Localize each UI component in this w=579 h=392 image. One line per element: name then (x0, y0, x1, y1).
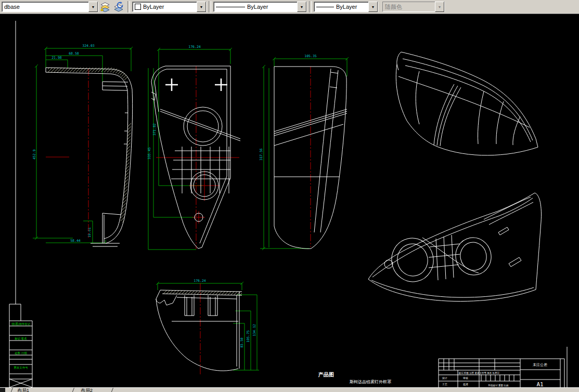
layers-icon (100, 2, 110, 12)
view-top-section: 176.24 134.12 105.75 83.50 (156, 279, 259, 375)
layer-name: dbase (4, 4, 20, 10)
plot-style-combo: 随颜色 ▼ (382, 2, 445, 12)
dim-text: 83.50 (240, 337, 244, 348)
drawing-type-label: 产品图 (318, 372, 334, 377)
layers-swirl-icon (113, 2, 124, 12)
dim-text: 324.03 (82, 44, 95, 48)
sheet-frame-left-table: 借(通)用件登记 标记 签名 处数 日期 更改文件号 (9, 304, 32, 387)
dim-text: 452.9 (32, 149, 36, 160)
revision-row-labels: 标记 处数 分区 更改文件号 签名 年月日 (458, 371, 499, 375)
designer-label: 设计 (442, 376, 447, 380)
part-name-label: 斯柯达晶锐雾灯外框罩 (350, 379, 392, 384)
dim-text: 58.44 (70, 239, 81, 243)
view-3d-top (396, 52, 538, 155)
process-label: 工艺 (442, 383, 447, 386)
tab-layout2[interactable]: 布局2 (81, 388, 93, 392)
frame-cell-label: 借(通)用件登记 (11, 322, 31, 326)
sheet-size-label: A1 (536, 381, 543, 387)
tab-layout1[interactable]: 布局1 (17, 388, 29, 392)
approver-label: 批准 (463, 383, 468, 386)
linetype-sample-icon (216, 7, 245, 7)
tab-divider (71, 387, 74, 392)
dim-text: 134.12 (252, 324, 256, 336)
layer-combo[interactable]: dbase ▼ (2, 2, 98, 12)
dim-text: 176.24 (194, 279, 206, 283)
hatch-area (163, 290, 242, 295)
color-combo-arrow[interactable]: ▼ (197, 2, 206, 12)
view-3d-bottom (368, 193, 542, 302)
frame-cell-label: 处数 日期 (15, 351, 27, 355)
dim-text: 105.35 (304, 54, 317, 58)
dim-text: 335.45 (147, 147, 151, 160)
top-toolbar: dbase ▼ ByLayer ▼ ByLayer ▼ (0, 0, 579, 14)
frame-cell-label: 标记 签名 (14, 337, 27, 341)
dim-text: 176.24 (188, 45, 201, 49)
layer-combo-arrow[interactable]: ▼ (88, 2, 98, 12)
plot-style-name: 随颜色 (385, 3, 402, 11)
layer-previous-button[interactable] (99, 1, 111, 13)
linetype-combo[interactable]: ByLayer ▼ (213, 2, 307, 12)
toolbar-separator (127, 1, 130, 12)
view-section-left: 324.03 68.58 21.98 452.9 58.44 19.61 (32, 44, 133, 246)
dim-text: 21.98 (52, 56, 62, 60)
linetype-combo-arrow[interactable]: ▼ (297, 2, 306, 12)
dim-text: 68.58 (69, 51, 79, 56)
dim-text: 371.82 (152, 123, 157, 136)
tolerance-note: 未注公差 (533, 362, 547, 367)
dim-text: 105.75 (246, 330, 250, 343)
toolbar-separator (309, 1, 312, 12)
color-name: ByLayer (143, 4, 164, 10)
plot-style-combo-arrow: ▼ (435, 2, 444, 12)
lineweight-combo-arrow[interactable]: ▼ (368, 2, 378, 12)
sheet-frame (16, 21, 567, 387)
dim-text: 317.56 (259, 148, 263, 161)
title-block: 标记 处数 分区 更改文件号 签名 年月日 设计 审核 工艺 批准 阶段标记 重… (439, 359, 564, 387)
stage-row-labels: 阶段标记 重量 比例 (488, 384, 509, 387)
tab-divider (110, 387, 113, 392)
dim-text: 19.61 (87, 227, 92, 238)
tab-divider (10, 387, 13, 392)
lineweight-combo[interactable]: ByLayer ▼ (314, 2, 378, 12)
linetype-name: ByLayer (247, 4, 268, 10)
layout-tab-bar: 布局1 布局2 (0, 387, 579, 392)
view-side: 105.35 317.56 (259, 54, 349, 250)
layer-states-button[interactable] (112, 1, 125, 13)
lineweight-sample-icon (316, 7, 334, 7)
color-swatch-icon (135, 4, 141, 10)
view-front: 176.24 371.82 335.45 (147, 45, 240, 250)
color-combo[interactable]: ByLayer ▼ (132, 2, 207, 12)
tab-bar-corner (0, 388, 5, 392)
model-space-canvas[interactable]: 324.03 68.58 21.98 452.9 58.44 19.61 (0, 14, 579, 387)
lineweight-name: ByLayer (336, 4, 357, 10)
toolbar-separator (209, 1, 211, 12)
checker-label: 审核 (463, 376, 468, 380)
frame-cell-label: 更改文件号 (14, 366, 28, 369)
hatch-area (48, 68, 128, 81)
